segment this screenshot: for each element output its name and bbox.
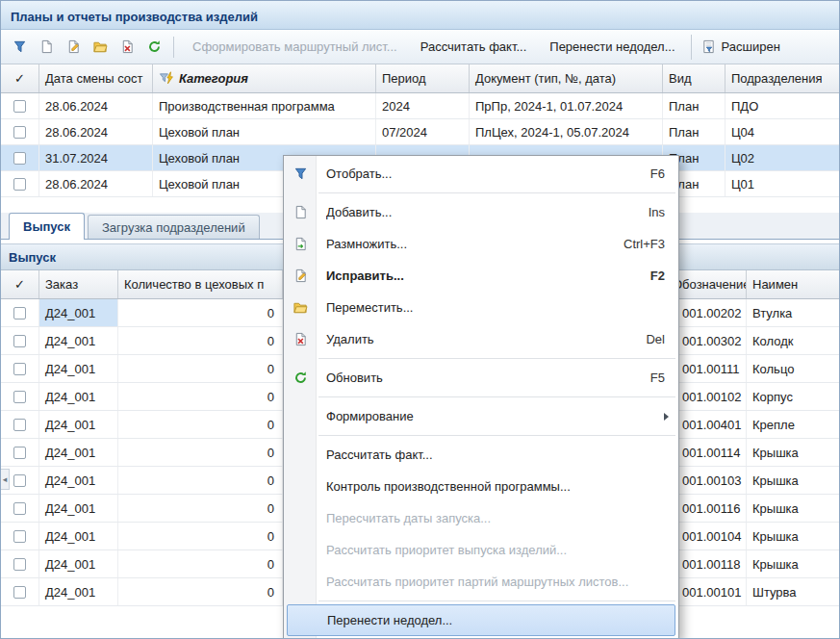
row-checkbox[interactable] (13, 502, 26, 515)
column-header-kind[interactable]: Вид (663, 64, 725, 92)
column-header-period[interactable]: Период (376, 64, 470, 92)
cell-order: Д24_001 (39, 355, 118, 382)
plans-grid-header: ✓ Дата смены сост Категория Период Докум… (1, 64, 840, 93)
row-checkbox[interactable] (13, 178, 26, 191)
row-checkbox[interactable] (13, 100, 26, 113)
toolbar-button-icon (147, 39, 162, 54)
menu-item[interactable]: Переместить... (284, 292, 678, 323)
menu-item-label: Переместить... (326, 300, 657, 315)
cell-date: 31.07.2024 (39, 145, 153, 170)
menu-item[interactable]: Перенести недодел... (287, 604, 675, 636)
cell-period: 07/2024 (376, 119, 470, 144)
row-checkbox[interactable] (13, 152, 26, 165)
menu-item-label: Контроль производственной программы... (326, 479, 657, 494)
panel-collapse-button[interactable]: ◂ (1, 469, 10, 490)
toolbar-action-icon (701, 39, 716, 54)
menu-item-icon (284, 371, 317, 385)
row-check-cell (1, 119, 39, 144)
cell-category: Цеховой план (153, 119, 376, 144)
table-row[interactable]: 28.06.2024 Производственная программа 20… (1, 93, 840, 119)
row-checkbox[interactable] (13, 126, 26, 139)
column-header-document[interactable]: Документ (тип, №, дата) (470, 64, 663, 92)
cell-date: 28.06.2024 (39, 119, 153, 144)
row-check-cell (1, 439, 39, 466)
tab[interactable]: Загрузка подразделений (88, 215, 260, 239)
row-checkbox[interactable] (13, 335, 26, 347)
row-checkbox[interactable] (13, 363, 26, 375)
cell-order: Д24_001 (39, 523, 118, 550)
row-check-cell (1, 171, 39, 196)
cell-division: Ц02 (725, 145, 840, 170)
cell-order: Д24_001 (39, 439, 118, 466)
row-checkbox[interactable] (13, 474, 26, 487)
cell-qty: 0 (118, 355, 283, 382)
toolbar-separator (173, 37, 174, 58)
cell-qty: 0 (118, 327, 283, 354)
cell-name: Крышка (747, 523, 840, 550)
table-row[interactable]: 28.06.2024 Цеховой план 07/2024 ПлЦех, 2… (1, 119, 840, 145)
menu-item (284, 598, 678, 604)
cell-name: Кольцо (747, 355, 840, 382)
menu-item[interactable]: Исправить... F2 (284, 260, 678, 292)
menu-item-shortcut: Ctrl+F3 (624, 237, 665, 251)
toolbar-action-button[interactable]: Расширен (691, 35, 792, 60)
row-check-cell (1, 495, 39, 522)
toolbar-action-button[interactable]: Рассчитать факт... (409, 35, 539, 60)
menu-item[interactable]: Удалить Del (284, 323, 678, 355)
column-header-division[interactable]: Подразделения (725, 64, 840, 92)
row-check-cell (1, 145, 39, 170)
toolbar-button-icon (13, 39, 27, 54)
tab[interactable]: Выпуск (9, 213, 85, 240)
toolbar-actions: Сформировать маршрутный лист... Рассчита… (181, 30, 792, 64)
menu-item-label: Размножить... (326, 237, 616, 251)
filter-button[interactable] (7, 35, 32, 60)
row-checkbox[interactable] (13, 558, 26, 571)
column-header-category[interactable]: Категория (153, 64, 376, 92)
menu-item[interactable]: Размножить... Ctrl+F3 (284, 228, 678, 260)
row-checkbox[interactable] (13, 419, 26, 431)
row-checkbox[interactable] (13, 307, 26, 320)
cell-order: Д24_001 (39, 411, 118, 438)
menu-item[interactable]: Добавить... Ins (284, 196, 678, 228)
column-header-date[interactable]: Дата смены сост (39, 64, 153, 92)
move-button[interactable] (88, 35, 113, 60)
menu-item: Пересчитать даты запуска... (284, 502, 678, 534)
add-button[interactable] (34, 35, 59, 60)
menu-item[interactable]: Отобрать... F6 (284, 158, 678, 190)
column-header-order[interactable]: Заказ (39, 270, 118, 298)
delete-button[interactable] (115, 35, 140, 60)
menu-item-icon (284, 166, 317, 181)
cell-kind: План (663, 93, 725, 118)
menu-item[interactable]: Обновить F5 (284, 362, 678, 394)
row-check-cell (1, 578, 39, 605)
cell-qty: 0 (118, 383, 283, 410)
cell-document: ПрПр, 2024-1, 01.07.2024 (470, 93, 663, 118)
menu-item[interactable]: Контроль производственной программы... (284, 471, 678, 502)
select-all-header[interactable]: ✓ (1, 64, 39, 92)
menu-item[interactable]: Рассчитать факт... (284, 439, 678, 471)
menu-item[interactable]: Формирование (284, 400, 678, 432)
row-checkbox[interactable] (13, 530, 26, 543)
row-checkbox[interactable] (13, 447, 26, 459)
menu-item-icon (284, 332, 317, 346)
cell-order: Д24_001 (39, 327, 118, 354)
row-check-cell (1, 299, 39, 326)
edit-button[interactable] (61, 35, 86, 60)
menu-item (284, 432, 678, 439)
cell-date: 28.06.2024 (39, 93, 153, 118)
row-checkbox[interactable] (13, 586, 26, 599)
menu-item-shortcut: Ins (649, 205, 665, 219)
column-header-qty[interactable]: Количество в цеховых п (118, 270, 283, 298)
toolbar-action-button[interactable]: Перенести недодел... (538, 35, 686, 60)
cell-qty: 0 (118, 411, 283, 438)
app-window: Планы и отчеты производства изделий (0, 0, 840, 639)
row-checkbox[interactable] (13, 391, 26, 403)
cell-qty: 0 (118, 439, 283, 466)
refresh-button[interactable] (141, 35, 166, 60)
select-all-header[interactable]: ✓ (1, 270, 39, 298)
window-title: Планы и отчеты производства изделий (11, 10, 258, 24)
cell-division: Ц01 (725, 171, 840, 196)
cell-name: Крышка (747, 495, 840, 522)
column-header-name[interactable]: Наимен (747, 270, 840, 298)
row-check-cell (1, 550, 39, 577)
